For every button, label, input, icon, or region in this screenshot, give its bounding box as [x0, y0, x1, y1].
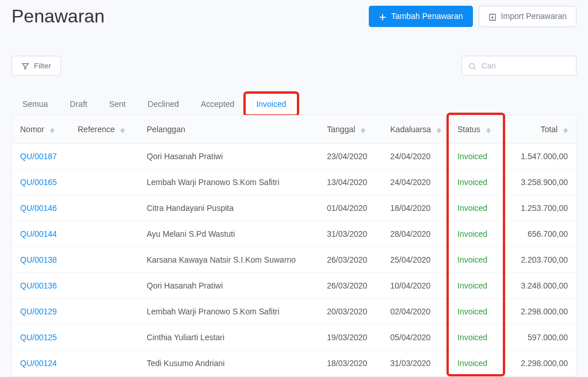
- search-box: [461, 56, 576, 76]
- tabs: SemuaDraftSentDeclinedAcceptedInvoiced: [12, 93, 576, 115]
- cell-pelanggan: Lembah Warji Pranowo S.Kom Safitri: [139, 170, 319, 195]
- import-icon: [488, 11, 497, 21]
- tab-invoiced[interactable]: Invoiced: [245, 93, 297, 115]
- cell-kadaluarsa: 31/03/2020: [382, 351, 449, 376]
- filter-button[interactable]: Filter: [12, 56, 61, 76]
- plus-icon: [379, 11, 387, 21]
- cell-total: 1.253.700,00: [501, 195, 576, 221]
- tab-sent[interactable]: Sent: [98, 93, 137, 115]
- cell-tanggal: 19/03/2020: [319, 325, 382, 351]
- header-actions: Tambah Penawaran Import Penawaran: [369, 6, 576, 26]
- cell-tanggal: 01/04/2020: [319, 195, 382, 221]
- cell-pelanggan: Lembah Warji Pranowo S.Kom Safitri: [139, 299, 319, 325]
- svg-marker-8: [50, 130, 55, 133]
- svg-marker-4: [22, 64, 29, 70]
- cell-tanggal: 23/04/2020: [319, 144, 382, 170]
- column-status-label: Status: [457, 125, 480, 134]
- column-kadaluarsa-label: Kadaluarsa: [390, 125, 431, 134]
- tab-semua[interactable]: Semua: [12, 93, 59, 115]
- table-row: QU/00124Tedi Kusumo Andriani18/03/202031…: [12, 351, 576, 376]
- cell-kadaluarsa: 18/04/2020: [382, 195, 449, 221]
- cell-tanggal: 20/03/2020: [319, 299, 382, 325]
- tab-draft[interactable]: Draft: [59, 93, 98, 115]
- cell-total: 597.000,00: [501, 325, 576, 351]
- svg-point-5: [469, 64, 475, 69]
- cell-kadaluarsa: 24/04/2020: [382, 144, 449, 170]
- data-table: Nomor Reference Pelanggan: [12, 116, 576, 376]
- column-tanggal[interactable]: Tanggal: [319, 116, 382, 144]
- table-row: QU/00165Lembah Warji Pranowo S.Kom Safit…: [12, 170, 576, 195]
- cell-kadaluarsa: 25/04/2020: [382, 247, 449, 273]
- sort-icon: [50, 128, 55, 133]
- cell-reference: [70, 299, 139, 325]
- nomor-link[interactable]: QU/00146: [20, 203, 57, 213]
- cell-status: Invoiced: [449, 325, 501, 351]
- cell-tanggal: 26/03/2020: [319, 247, 382, 273]
- column-reference[interactable]: Reference: [70, 116, 139, 144]
- cell-reference: [70, 351, 139, 376]
- cell-kadaluarsa: 02/04/2020: [382, 299, 449, 325]
- column-total[interactable]: Total: [501, 116, 576, 144]
- column-reference-label: Reference: [78, 125, 115, 134]
- nomor-link[interactable]: QU/00125: [20, 333, 57, 342]
- import-button[interactable]: Import Penawaran: [479, 6, 576, 26]
- sort-icon: [563, 128, 568, 133]
- cell-reference: [70, 273, 139, 299]
- cell-total: 2.298.000,00: [501, 351, 576, 376]
- nomor-link[interactable]: QU/00124: [20, 359, 57, 368]
- table-row: QU/00187Qori Hasanah Pratiwi23/04/202024…: [12, 144, 576, 170]
- cell-status: Invoiced: [449, 170, 501, 195]
- column-pelanggan[interactable]: Pelanggan: [139, 116, 319, 144]
- cell-status: Invoiced: [449, 195, 501, 221]
- column-tanggal-label: Tanggal: [327, 125, 355, 134]
- table-row: QU/00144Ayu Melani S.Pd Wastuti31/03/202…: [12, 221, 576, 247]
- table-row: QU/00138Karsana Kawaya Natsir S.I.Kom Su…: [12, 247, 576, 273]
- add-button-label: Tambah Penawaran: [391, 11, 463, 21]
- table-row: QU/00136Qori Hasanah Pratiwi26/03/202010…: [12, 273, 576, 299]
- cell-pelanggan: Qori Hasanah Pratiwi: [139, 144, 319, 170]
- cell-tanggal: 13/04/2020: [319, 170, 382, 195]
- cell-pelanggan: Tedi Kusumo Andriani: [139, 351, 319, 376]
- nomor-link[interactable]: QU/00138: [20, 255, 57, 264]
- table-container: Nomor Reference Pelanggan: [12, 115, 576, 376]
- table-row: QU/00125Cinthia Yuliarti Lestari19/03/20…: [12, 325, 576, 351]
- cell-total: 3.248.000,00: [501, 273, 576, 299]
- column-status[interactable]: Status: [449, 116, 501, 144]
- nomor-link[interactable]: QU/00187: [20, 152, 57, 161]
- cell-reference: [70, 195, 139, 221]
- cell-tanggal: 18/03/2020: [319, 351, 382, 376]
- nomor-link[interactable]: QU/00165: [20, 178, 57, 187]
- cell-total: 3.258.900,00: [501, 170, 576, 195]
- add-button[interactable]: Tambah Penawaran: [369, 6, 473, 26]
- cell-status: Invoiced: [449, 144, 501, 170]
- cell-pelanggan: Citra Handayani Puspita: [139, 195, 319, 221]
- cell-reference: [70, 170, 139, 195]
- sort-icon: [120, 128, 125, 133]
- cell-status: Invoiced: [449, 351, 501, 376]
- tab-accepted[interactable]: Accepted: [190, 93, 245, 115]
- svg-line-6: [474, 68, 476, 70]
- nomor-link[interactable]: QU/00129: [20, 307, 57, 316]
- cell-tanggal: 31/03/2020: [319, 221, 382, 247]
- column-pelanggan-label: Pelanggan: [147, 125, 185, 134]
- toolbar: Filter: [12, 56, 576, 76]
- cell-total: 2.298.000,00: [501, 299, 576, 325]
- cell-kadaluarsa: 28/04/2020: [382, 221, 449, 247]
- import-button-label: Import Penawaran: [501, 11, 567, 21]
- column-kadaluarsa[interactable]: Kadaluarsa: [382, 116, 449, 144]
- cell-status: Invoiced: [449, 299, 501, 325]
- filter-button-label: Filter: [34, 61, 51, 70]
- nomor-link[interactable]: QU/00136: [20, 281, 57, 290]
- column-nomor[interactable]: Nomor: [12, 116, 70, 144]
- cell-status: Invoiced: [449, 273, 501, 299]
- sort-icon: [437, 128, 441, 133]
- cell-kadaluarsa: 05/04/2020: [382, 325, 449, 351]
- tab-declined[interactable]: Declined: [137, 93, 190, 115]
- nomor-link[interactable]: QU/00144: [20, 229, 57, 238]
- cell-reference: [70, 144, 139, 170]
- svg-marker-12: [361, 130, 365, 133]
- sort-icon: [486, 128, 491, 133]
- search-input[interactable]: [461, 56, 576, 76]
- svg-marker-18: [563, 130, 568, 133]
- column-total-label: Total: [541, 125, 558, 134]
